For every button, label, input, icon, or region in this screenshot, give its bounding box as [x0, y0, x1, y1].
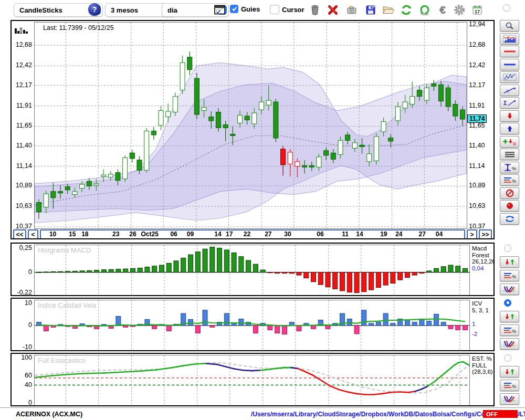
- svg-text:%: %: [512, 178, 516, 184]
- checkbox-checked-icon: [230, 5, 238, 13]
- blue-up-arrow-icon: [502, 124, 518, 133]
- trendline-tool-button[interactable]: [500, 85, 519, 96]
- main-chart-radio[interactable]: [503, 4, 510, 12]
- nav-fast-back-button[interactable]: <<: [13, 229, 26, 239]
- calendar-button[interactable]: 17: [470, 3, 484, 17]
- delete-x-icon: [327, 4, 339, 16]
- icv-panel: Indice Calidad Vela ICV 5, 3, 1 1 -2 100…: [10, 298, 495, 351]
- axis-tick-label: 40: [12, 381, 32, 388]
- price-levels-percent-button[interactable]: %: [500, 174, 519, 186]
- histogram-mini-icon: [14, 27, 30, 37]
- nav-fast-forward-button[interactable]: >>: [479, 229, 492, 239]
- stoch-signals-button[interactable]: [500, 366, 519, 377]
- macd-indicator-label: Macd Forest 26,12,26 0,04: [472, 245, 495, 271]
- guies-checkbox[interactable]: Guies: [230, 5, 260, 13]
- levels-percent-icon: %: [502, 271, 518, 280]
- sell-arrow-button[interactable]: [500, 110, 519, 122]
- zoom-tool-button[interactable]: [500, 20, 519, 32]
- stochastic-plot[interactable]: [34, 355, 470, 406]
- stoch-name2: FULL: [472, 362, 493, 369]
- sync-button[interactable]: [417, 3, 432, 17]
- date-label: 26: [129, 230, 136, 238]
- axis-tick-label: 10,89: [12, 182, 32, 189]
- snapshot-button[interactable]: [344, 3, 359, 17]
- candlestick-plot[interactable]: [34, 22, 467, 229]
- sigma-trendline-button[interactable]: Σ: [500, 97, 519, 109]
- axis-tick-label: 10,63: [469, 202, 485, 209]
- axis-tick-label: 12,17: [469, 81, 485, 89]
- axis-tick-label: 0: [12, 399, 32, 406]
- axis-tick-label: 0,25: [12, 244, 32, 251]
- stoch-params: (28,3,6): [472, 369, 493, 375]
- status-bar: ACERINOX (ACX.MC) /Users/mserra/Library/…: [0, 407, 525, 420]
- icv-indicator-label: ICV 5, 3, 1 1 -2: [472, 300, 489, 337]
- red-line-tool-button[interactable]: [500, 46, 519, 57]
- indicator-chart-button[interactable]: [500, 33, 519, 45]
- blue-line-icon: [502, 60, 518, 69]
- macd-name: Macd: [472, 245, 495, 252]
- signals-arrows-icon: [502, 312, 518, 321]
- vertical-range-percent-button[interactable]: %: [500, 162, 519, 173]
- add-marker-icon: [502, 138, 518, 146]
- buy-arrow-button[interactable]: [500, 123, 519, 134]
- help-button[interactable]: ?: [88, 3, 101, 16]
- refresh-button[interactable]: [399, 3, 413, 17]
- macd-panel: Histgrama MACD Macd Forest 26,12,26 0,04…: [10, 243, 495, 296]
- record-button[interactable]: [500, 200, 519, 212]
- save-button[interactable]: [363, 3, 377, 17]
- vertical-percent-icon: %: [502, 163, 518, 172]
- zigzag-channel-button[interactable]: [500, 71, 519, 83]
- icv-title: Indice Calidad Vela: [38, 301, 96, 309]
- levels-list-button[interactable]: [500, 149, 519, 160]
- icv-signals-button[interactable]: [500, 311, 519, 322]
- trash-icon: [309, 4, 321, 16]
- axis-tick-label: 10,37: [469, 223, 485, 230]
- date-label: 17: [226, 230, 233, 238]
- open-button[interactable]: [381, 3, 395, 17]
- date-label: 10: [49, 230, 56, 238]
- icv-percent-button[interactable]: %: [500, 324, 519, 336]
- macd-plot[interactable]: [34, 245, 470, 296]
- icv-radio[interactable]: [504, 299, 511, 307]
- axis-tick-label: -10: [12, 343, 32, 351]
- macd-percent-button[interactable]: %: [500, 270, 519, 281]
- macd-signals-button[interactable]: [500, 256, 519, 268]
- nav-back-button[interactable]: <: [28, 229, 38, 239]
- indicator-chart-icon: [502, 35, 518, 43]
- stoch-curve-button[interactable]: [500, 393, 519, 405]
- stochastic-radio[interactable]: [504, 354, 511, 362]
- macd-title: Histgrama MACD: [38, 246, 91, 254]
- reload-data-button[interactable]: [500, 213, 519, 225]
- macd-curve-button[interactable]: [500, 284, 519, 295]
- date-axis[interactable]: 1015182326Oct250609141722273006111419242…: [40, 229, 465, 239]
- date-label: 11: [342, 230, 349, 238]
- axis-tick-label: -0,22: [12, 289, 32, 296]
- axis-tick-label: 10: [12, 299, 32, 307]
- date-label: 24: [395, 230, 402, 238]
- axis-tick-label: 12,68: [12, 41, 32, 48]
- off-status-badge[interactable]: OFF: [483, 410, 518, 418]
- settings-button[interactable]: [452, 3, 466, 17]
- macd-radio[interactable]: [504, 245, 511, 252]
- cursor-checkbox[interactable]: Cursor: [270, 5, 304, 14]
- axis-tick-label: 11,65: [12, 122, 32, 129]
- help-glyph: ?: [92, 5, 97, 14]
- icv-curve-button[interactable]: [500, 338, 519, 350]
- add-marker-button[interactable]: [500, 136, 519, 148]
- icv-plot[interactable]: [34, 300, 470, 351]
- nav-forward-button[interactable]: >: [467, 229, 477, 239]
- record-dot-icon: [502, 202, 518, 210]
- chart-config-icon[interactable]: [214, 5, 225, 17]
- blue-line-tool-button[interactable]: [500, 59, 519, 70]
- date-label: 23: [112, 230, 119, 238]
- trash-button[interactable]: [308, 3, 322, 17]
- delete-button[interactable]: [326, 3, 340, 17]
- red-down-arrow-icon: [502, 112, 518, 120]
- axis-tick-label: 10,63: [12, 202, 32, 209]
- date-label: 30: [284, 230, 291, 238]
- euro-button[interactable]: €: [435, 3, 449, 17]
- svg-text:Σ: Σ: [503, 100, 507, 106]
- stoch-percent-button[interactable]: %: [500, 380, 519, 391]
- icv-value-2: -2: [472, 331, 489, 338]
- disable-tools-button[interactable]: [500, 187, 519, 199]
